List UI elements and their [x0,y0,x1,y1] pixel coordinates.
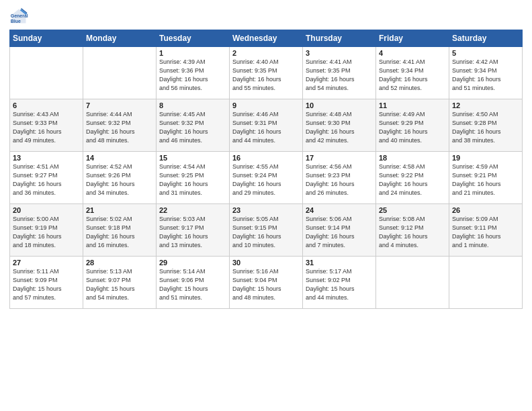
day-cell: 20Sunrise: 5:00 AM Sunset: 9:19 PM Dayli… [10,204,83,257]
day-cell [376,257,449,309]
day-number: 6 [13,101,80,109]
weekday-header-monday: Monday [83,30,157,47]
day-cell: 9Sunrise: 4:46 AM Sunset: 9:31 PM Daylig… [230,99,303,152]
weekday-header-friday: Friday [376,30,449,47]
day-cell: 7Sunrise: 4:44 AM Sunset: 9:32 PM Daylig… [83,99,157,152]
day-cell: 25Sunrise: 5:08 AM Sunset: 9:12 PM Dayli… [376,204,449,257]
day-number: 26 [452,206,519,214]
day-cell: 26Sunrise: 5:09 AM Sunset: 9:11 PM Dayli… [449,204,523,257]
day-cell: 29Sunrise: 5:14 AM Sunset: 9:06 PM Dayli… [157,257,230,309]
day-info: Sunrise: 4:42 AM Sunset: 9:34 PM Dayligh… [452,58,519,93]
day-cell: 27Sunrise: 5:11 AM Sunset: 9:09 PM Dayli… [10,257,83,309]
day-number: 12 [452,101,519,109]
day-info: Sunrise: 5:02 AM Sunset: 9:18 PM Dayligh… [86,215,153,250]
day-cell: 13Sunrise: 4:51 AM Sunset: 9:27 PM Dayli… [10,152,83,204]
day-cell: 18Sunrise: 4:58 AM Sunset: 9:22 PM Dayli… [376,152,449,204]
day-number: 22 [159,206,226,214]
day-number: 9 [232,101,300,109]
day-number: 20 [13,206,80,214]
day-info: Sunrise: 4:54 AM Sunset: 9:25 PM Dayligh… [159,163,226,197]
day-cell: 5Sunrise: 4:42 AM Sunset: 9:34 PM Daylig… [449,47,523,99]
weekday-header-saturday: Saturday [449,30,523,47]
day-number: 7 [86,101,153,109]
day-info: Sunrise: 5:17 AM Sunset: 9:02 PM Dayligh… [306,267,373,302]
calendar-page: General Blue SundayMondayTuesdayWednesda… [0,0,532,411]
day-cell [449,257,523,309]
weekday-header-row: SundayMondayTuesdayWednesdayThursdayFrid… [10,30,523,47]
day-cell: 22Sunrise: 5:03 AM Sunset: 9:17 PM Dayli… [157,204,230,257]
day-cell [10,47,83,99]
day-cell: 21Sunrise: 5:02 AM Sunset: 9:18 PM Dayli… [83,204,157,257]
day-info: Sunrise: 5:00 AM Sunset: 9:19 PM Dayligh… [13,215,80,250]
week-row-2: 6Sunrise: 4:43 AM Sunset: 9:33 PM Daylig… [10,99,523,152]
day-info: Sunrise: 5:16 AM Sunset: 9:04 PM Dayligh… [232,267,300,302]
day-cell: 31Sunrise: 5:17 AM Sunset: 9:02 PM Dayli… [303,257,376,309]
day-number: 3 [306,49,373,57]
day-info: Sunrise: 4:52 AM Sunset: 9:26 PM Dayligh… [86,163,153,197]
day-number: 4 [379,49,446,57]
day-number: 24 [306,206,373,214]
day-info: Sunrise: 5:05 AM Sunset: 9:15 PM Dayligh… [232,215,300,250]
day-info: Sunrise: 5:11 AM Sunset: 9:09 PM Dayligh… [13,267,80,302]
day-info: Sunrise: 4:49 AM Sunset: 9:29 PM Dayligh… [379,110,446,145]
week-row-3: 13Sunrise: 4:51 AM Sunset: 9:27 PM Dayli… [10,152,523,204]
week-row-1: 1Sunrise: 4:39 AM Sunset: 9:36 PM Daylig… [10,47,523,99]
day-number: 1 [159,49,226,57]
day-number: 17 [306,154,373,162]
day-number: 19 [452,154,519,162]
day-number: 27 [13,259,80,267]
weekday-header-tuesday: Tuesday [157,30,230,47]
day-cell: 4Sunrise: 4:41 AM Sunset: 9:34 PM Daylig… [376,47,449,99]
week-row-4: 20Sunrise: 5:00 AM Sunset: 9:19 PM Dayli… [10,204,523,257]
day-info: Sunrise: 4:56 AM Sunset: 9:23 PM Dayligh… [306,163,373,197]
day-info: Sunrise: 4:39 AM Sunset: 9:36 PM Dayligh… [159,58,226,93]
day-cell: 12Sunrise: 4:50 AM Sunset: 9:28 PM Dayli… [449,99,523,152]
day-cell: 11Sunrise: 4:49 AM Sunset: 9:29 PM Dayli… [376,99,449,152]
day-info: Sunrise: 4:45 AM Sunset: 9:32 PM Dayligh… [159,110,226,145]
day-cell: 2Sunrise: 4:40 AM Sunset: 9:35 PM Daylig… [230,47,303,99]
day-info: Sunrise: 4:51 AM Sunset: 9:27 PM Dayligh… [13,163,80,197]
day-info: Sunrise: 5:09 AM Sunset: 9:11 PM Dayligh… [452,215,519,250]
day-cell: 3Sunrise: 4:41 AM Sunset: 9:35 PM Daylig… [303,47,376,99]
day-number: 15 [159,154,226,162]
day-cell: 30Sunrise: 5:16 AM Sunset: 9:04 PM Dayli… [230,257,303,309]
day-info: Sunrise: 4:46 AM Sunset: 9:31 PM Dayligh… [232,110,300,145]
week-row-5: 27Sunrise: 5:11 AM Sunset: 9:09 PM Dayli… [10,257,523,309]
day-number: 16 [232,154,300,162]
header: General Blue [9,7,523,26]
day-cell: 1Sunrise: 4:39 AM Sunset: 9:36 PM Daylig… [157,47,230,99]
day-info: Sunrise: 5:14 AM Sunset: 9:06 PM Dayligh… [159,267,226,302]
day-info: Sunrise: 5:08 AM Sunset: 9:12 PM Dayligh… [379,215,446,250]
weekday-header-thursday: Thursday [303,30,376,47]
logo-icon: General Blue [9,7,28,26]
day-cell: 10Sunrise: 4:48 AM Sunset: 9:30 PM Dayli… [303,99,376,152]
day-info: Sunrise: 5:06 AM Sunset: 9:14 PM Dayligh… [306,215,373,250]
day-number: 13 [13,154,80,162]
day-number: 11 [379,101,446,109]
day-cell: 17Sunrise: 4:56 AM Sunset: 9:23 PM Dayli… [303,152,376,204]
day-number: 25 [379,206,446,214]
day-cell: 28Sunrise: 5:13 AM Sunset: 9:07 PM Dayli… [83,257,157,309]
day-number: 2 [232,49,300,57]
day-info: Sunrise: 4:41 AM Sunset: 9:35 PM Dayligh… [306,58,373,93]
day-number: 10 [306,101,373,109]
svg-text:General: General [11,13,28,18]
day-cell: 14Sunrise: 4:52 AM Sunset: 9:26 PM Dayli… [83,152,157,204]
day-info: Sunrise: 4:58 AM Sunset: 9:22 PM Dayligh… [379,163,446,197]
day-cell: 24Sunrise: 5:06 AM Sunset: 9:14 PM Dayli… [303,204,376,257]
day-cell: 15Sunrise: 4:54 AM Sunset: 9:25 PM Dayli… [157,152,230,204]
day-cell: 8Sunrise: 4:45 AM Sunset: 9:32 PM Daylig… [157,99,230,152]
day-info: Sunrise: 5:13 AM Sunset: 9:07 PM Dayligh… [86,267,153,302]
day-number: 8 [159,101,226,109]
day-info: Sunrise: 4:41 AM Sunset: 9:34 PM Dayligh… [379,58,446,93]
logo: General Blue [9,7,31,26]
day-number: 21 [86,206,153,214]
weekday-header-wednesday: Wednesday [230,30,303,47]
day-number: 14 [86,154,153,162]
svg-text:Blue: Blue [11,19,21,24]
day-info: Sunrise: 4:50 AM Sunset: 9:28 PM Dayligh… [452,110,519,145]
day-number: 28 [86,259,153,267]
calendar-table: SundayMondayTuesdayWednesdayThursdayFrid… [9,30,523,309]
day-info: Sunrise: 4:59 AM Sunset: 9:21 PM Dayligh… [452,163,519,197]
day-info: Sunrise: 4:40 AM Sunset: 9:35 PM Dayligh… [232,58,300,93]
